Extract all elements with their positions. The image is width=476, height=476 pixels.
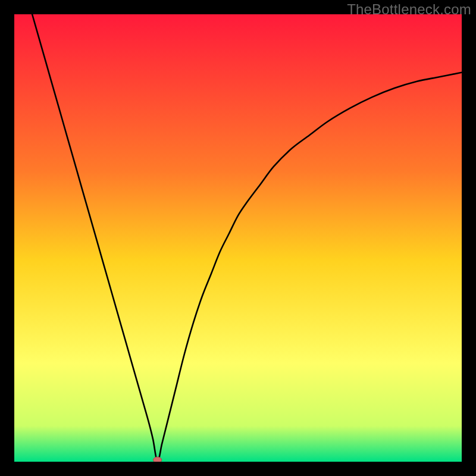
chart-frame: TheBottleneck.com xyxy=(0,0,476,476)
gradient-background xyxy=(14,14,462,462)
plot-area xyxy=(14,14,462,462)
optimum-marker xyxy=(154,457,162,462)
bottleneck-chart xyxy=(14,14,462,462)
